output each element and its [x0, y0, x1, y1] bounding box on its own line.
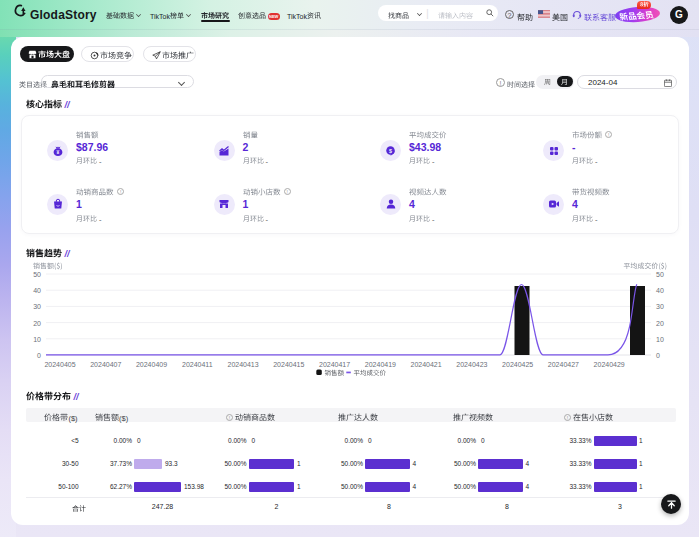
- svg-text:20: 20: [33, 320, 41, 327]
- svg-text:10: 10: [656, 336, 664, 343]
- svg-text:20240411: 20240411: [182, 361, 213, 368]
- svg-text:20240417: 20240417: [319, 361, 350, 368]
- svg-text:10: 10: [33, 336, 41, 343]
- svg-text:40: 40: [33, 287, 41, 294]
- svg-text:$: $: [388, 147, 391, 153]
- svg-text:20240429: 20240429: [594, 361, 625, 368]
- svg-text:30: 30: [33, 303, 41, 310]
- svg-text:20240407: 20240407: [90, 361, 121, 368]
- svg-text:20240419: 20240419: [365, 361, 396, 368]
- svg-text:20240415: 20240415: [273, 361, 304, 368]
- svg-text:40: 40: [656, 287, 664, 294]
- svg-text:30: 30: [656, 303, 664, 310]
- svg-text:50: 50: [656, 271, 664, 278]
- svg-text:20240405: 20240405: [44, 361, 75, 368]
- svg-text:20240409: 20240409: [136, 361, 167, 368]
- svg-text:20240427: 20240427: [548, 361, 579, 368]
- svg-text:20240425: 20240425: [502, 361, 533, 368]
- svg-text:¥: ¥: [56, 149, 59, 155]
- svg-text:0: 0: [37, 352, 41, 359]
- svg-text:20240413: 20240413: [228, 361, 259, 368]
- svg-text:20240421: 20240421: [411, 361, 442, 368]
- svg-text:20: 20: [656, 320, 664, 327]
- svg-text:20240423: 20240423: [456, 361, 487, 368]
- svg-text:50: 50: [33, 271, 41, 278]
- svg-text:0: 0: [656, 352, 660, 359]
